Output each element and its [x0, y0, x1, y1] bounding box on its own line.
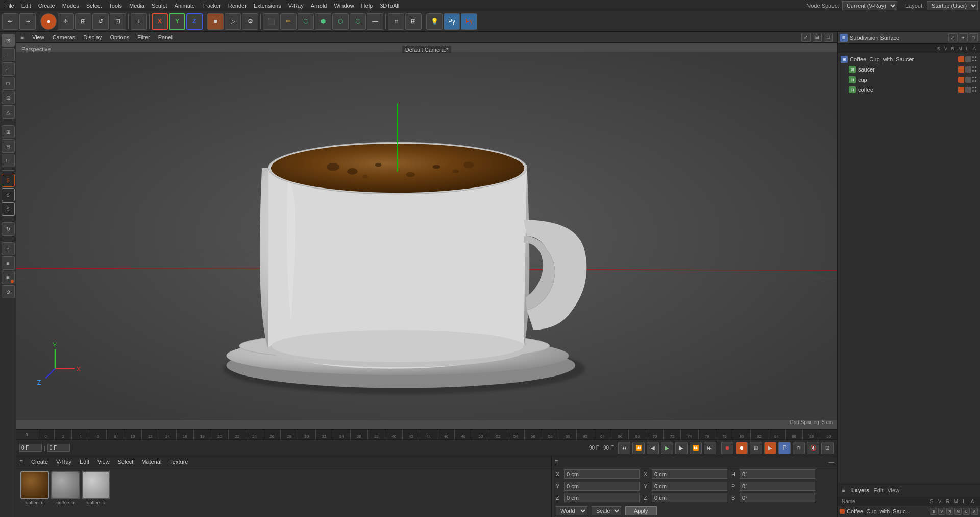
record-button[interactable]: ⏺: [721, 442, 733, 454]
next-frame-button[interactable]: ⏩: [690, 442, 702, 454]
python2-button[interactable]: Py: [461, 13, 477, 30]
material-item-coffee-c[interactable]: coffee_c: [20, 471, 49, 505]
subdiv-action-2[interactable]: +: [959, 33, 968, 42]
go-to-start-button[interactable]: ⏮: [618, 442, 630, 454]
menu-modes[interactable]: Modes: [59, 2, 82, 10]
tree-action-saucer-2[interactable]: [965, 66, 971, 73]
cube-button[interactable]: ⬛: [263, 13, 279, 30]
tree-item-coffee[interactable]: ⊡ coffee: [839, 85, 979, 95]
tool-mode-polygons[interactable]: □: [2, 77, 15, 90]
menu-tools[interactable]: Tools: [106, 2, 125, 10]
rot-y-input[interactable]: [652, 482, 727, 491]
tool-layer1[interactable]: ≡: [2, 242, 15, 255]
character-button[interactable]: —: [367, 13, 383, 30]
rot-x-input[interactable]: [652, 469, 727, 479]
x-axis-button[interactable]: X: [152, 13, 168, 30]
light-button[interactable]: 💡: [426, 13, 443, 30]
menu-render[interactable]: Render: [225, 2, 250, 10]
tool-snap[interactable]: ⊞: [2, 125, 15, 138]
play-button[interactable]: ▶: [661, 442, 673, 454]
z-axis-button[interactable]: Z: [186, 13, 203, 30]
mute-button[interactable]: 🔇: [807, 442, 819, 454]
p-input[interactable]: [740, 482, 815, 491]
play-button[interactable]: ▷: [225, 13, 241, 30]
tree-action-coffee-2[interactable]: [965, 87, 971, 93]
layers-menu-toggle[interactable]: ≡: [842, 487, 845, 494]
rotate-button[interactable]: ↺: [92, 13, 109, 30]
mat-texture-menu[interactable]: Texture: [167, 458, 190, 466]
tree-action-cup-1[interactable]: [958, 77, 964, 83]
tool-mode-object[interactable]: ⊡: [2, 34, 15, 47]
material-preview-coffee-c[interactable]: [20, 471, 49, 499]
layers-edit-menu[interactable]: Edit: [874, 487, 884, 494]
viewport-panel-menu[interactable]: Panel: [156, 33, 175, 41]
viewport-icon-2[interactable]: ⊞: [813, 33, 822, 42]
spline-button[interactable]: ⬡: [298, 13, 314, 30]
tree-action-coffee-1[interactable]: [958, 87, 964, 93]
menu-media[interactable]: Media: [126, 2, 148, 10]
prev-frame-button[interactable]: ⏪: [632, 442, 645, 454]
h-input[interactable]: [740, 469, 815, 479]
preview-render-button[interactable]: P: [778, 442, 791, 454]
tool-mode-uvw[interactable]: ⊡: [2, 91, 15, 104]
layer-icon-a[interactable]: A: [971, 508, 978, 515]
motion-blur-button[interactable]: ≋: [793, 442, 805, 454]
pen-button[interactable]: ✏: [280, 13, 297, 30]
menu-animate[interactable]: Animate: [172, 2, 198, 10]
material-item-coffee-b[interactable]: coffee_b: [51, 471, 80, 505]
material-menu-toggle[interactable]: ≡: [19, 458, 23, 465]
move-button[interactable]: ✛: [58, 13, 74, 30]
menu-tracker[interactable]: Tracker: [199, 2, 224, 10]
viewport-display-menu[interactable]: Display: [81, 33, 104, 41]
world-select[interactable]: World Object: [556, 506, 587, 515]
menu-vray[interactable]: V-Ray: [285, 2, 307, 10]
settings-button[interactable]: ⚙: [242, 13, 258, 30]
mat-vray-menu[interactable]: V-Ray: [54, 458, 74, 466]
generator-button[interactable]: ⬢: [315, 13, 331, 30]
tree-action-2[interactable]: [965, 56, 971, 62]
rot-z-input[interactable]: [652, 493, 727, 502]
options-button[interactable]: ⊡: [821, 442, 834, 454]
layers-view-menu[interactable]: View: [887, 487, 899, 494]
undo-button[interactable]: ↩: [2, 13, 18, 30]
viewport-icon-3[interactable]: □: [824, 33, 833, 42]
material-preview-coffee-b[interactable]: [51, 471, 80, 499]
menu-extensions[interactable]: Extensions: [251, 2, 284, 10]
redo-button[interactable]: ↪: [19, 13, 36, 30]
viewport-filter-menu[interactable]: Filter: [135, 33, 152, 41]
python-button[interactable]: Py: [444, 13, 460, 30]
pos-y-input[interactable]: [564, 482, 640, 491]
object-mode-button[interactable]: ■: [207, 13, 224, 30]
viewport-view-menu[interactable]: View: [30, 33, 46, 41]
tool-mode-edges[interactable]: ⌐: [2, 62, 15, 76]
reset-button[interactable]: ⊡: [110, 13, 126, 30]
material-item-coffee-s[interactable]: coffee_s: [82, 471, 110, 505]
tree-item-coffee-cup[interactable]: ⊞ Coffee_Cup_with_Saucer: [839, 54, 979, 64]
render-button[interactable]: ▶: [764, 442, 776, 454]
y-axis-button[interactable]: Y: [169, 13, 185, 30]
tool-line[interactable]: ∟: [2, 154, 15, 167]
tool-select-all[interactable]: ⊟: [2, 139, 15, 153]
apply-button[interactable]: Apply: [625, 506, 657, 515]
tool-layer2[interactable]: ≡: [2, 256, 15, 270]
snapping-button[interactable]: ⌗: [388, 13, 404, 30]
tree-action-1[interactable]: [958, 56, 964, 62]
menu-create[interactable]: Create: [35, 2, 58, 10]
record-all-button[interactable]: ⏺: [736, 442, 748, 454]
tree-item-saucer[interactable]: ⊡ saucer: [839, 64, 979, 75]
tool-mode-terrain[interactable]: △: [2, 105, 15, 119]
render-region-button[interactable]: ⊞: [750, 442, 762, 454]
node-space-select[interactable]: Current (V-Ray): [842, 1, 897, 10]
mat-edit-menu[interactable]: Edit: [78, 458, 91, 466]
pos-z-input[interactable]: [564, 493, 640, 502]
layer-icon-s[interactable]: S: [930, 508, 937, 515]
tool-twist[interactable]: ↻: [2, 222, 15, 236]
mat-create-menu[interactable]: Create: [29, 458, 50, 466]
tool-mode-points[interactable]: ·: [2, 48, 15, 61]
mat-view-menu[interactable]: View: [95, 458, 112, 466]
layers-row-coffee-cup[interactable]: Coffee_Cup_with_Sauc... S V R M L A: [838, 506, 980, 517]
tool-s2[interactable]: $: [2, 188, 15, 201]
prev-key-button[interactable]: ◀: [647, 442, 659, 454]
layer-icon-l[interactable]: L: [963, 508, 970, 515]
menu-3dtoall[interactable]: 3DToAll: [377, 2, 402, 10]
